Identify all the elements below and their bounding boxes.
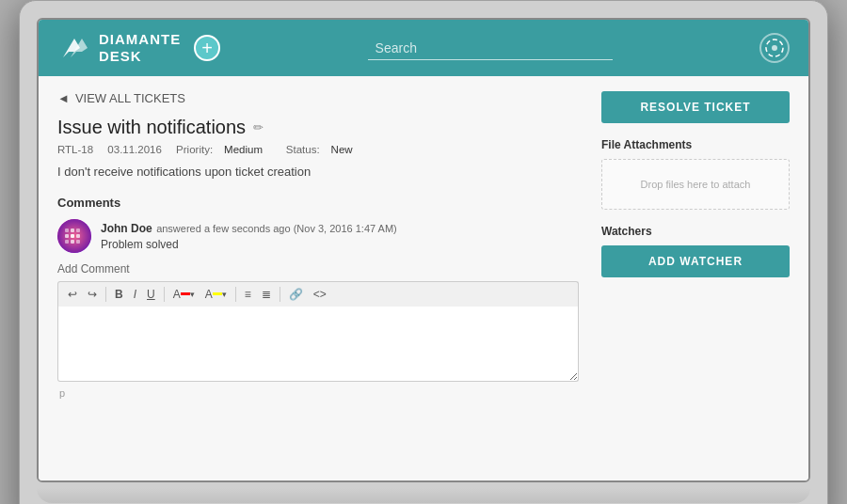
chevron-down-icon-2: ▾ [222,290,227,299]
avatar [57,219,91,253]
svg-rect-13 [76,240,80,244]
italic-button[interactable]: I [130,286,140,303]
svg-rect-7 [76,228,80,232]
add-watcher-button[interactable]: ADD WATCHER [601,245,790,277]
svg-rect-5 [65,228,69,232]
comment-action: answered a few seconds ago (Nov 3, 2016 … [156,223,397,234]
ticket-description: I don't receive notifications upon ticke… [57,165,579,179]
highlight-indicator [213,292,222,295]
svg-rect-9 [71,234,74,238]
svg-rect-12 [71,240,74,244]
comment-header: John Doe answered a few seconds ago (Nov… [101,219,397,236]
add-button[interactable]: + [194,35,220,61]
underline-button[interactable]: U [143,286,159,303]
comment-editor[interactable] [57,307,579,382]
search-bar [220,37,759,60]
back-link[interactable]: ◄ VIEW ALL TICKETS [57,91,579,105]
toolbar-separator-2 [164,287,165,302]
edit-icon[interactable]: ✏ [253,120,264,134]
file-attachments-title: File Attachments [601,138,790,151]
editor-footer: p [57,387,579,399]
ticket-id: RTL-18 [57,144,93,155]
main-content: ◄ VIEW ALL TICKETS Issue with notificati… [39,76,808,480]
chevron-down-icon: ▾ [190,290,195,299]
laptop-frame: DIAMANTE DESK + ◄ VIEW ALL TIC [19,0,828,504]
comment-author: John Doe [101,222,152,235]
bullet-list-button[interactable]: ≡ [241,286,255,303]
logo-area: DIAMANTE DESK [57,31,181,65]
bold-button[interactable]: B [111,286,127,303]
svg-rect-8 [65,234,69,238]
logo-text: DIAMANTE DESK [99,31,181,65]
ticket-meta: RTL-18 03.11.2016 Priority:Medium Status… [57,144,579,155]
ticket-title-row: Issue with notifications ✏ [57,117,579,138]
numbered-list-button[interactable]: ≣ [258,286,275,303]
highlight-button[interactable]: A ▾ [201,286,231,303]
back-arrow: ◄ [57,91,70,105]
laptop-bottom [37,488,810,503]
ticket-status-label: Status: [286,144,320,155]
comment-text: Problem solved [101,238,397,251]
ticket-title-text: Issue with notifications [57,117,246,138]
watchers-title: Watchers [601,225,790,238]
resolve-ticket-button[interactable]: RESOLVE TICKET [601,91,790,123]
comment-body: John Doe answered a few seconds ago (Nov… [101,219,397,251]
comment-item: John Doe answered a few seconds ago (Nov… [57,219,579,253]
toolbar-separator-1 [105,287,106,302]
add-comment-label: Add Comment [57,262,579,276]
topbar: DIAMANTE DESK + [39,20,808,76]
left-panel: ◄ VIEW ALL TICKETS Issue with notificati… [57,91,601,465]
ticket-priority-value: Medium [224,144,263,155]
comments-section-title: Comments [57,196,579,210]
link-button[interactable]: 🔗 [285,286,307,303]
svg-point-3 [772,45,777,51]
ticket-status-value: New [331,144,353,155]
settings-icon[interactable] [759,33,790,63]
file-drop-zone[interactable]: Drop files here to attach [601,159,790,210]
ticket-date: 03.11.2016 [107,144,162,155]
toolbar-separator-3 [235,287,236,302]
back-label: VIEW ALL TICKETS [75,91,185,105]
svg-rect-11 [65,240,69,244]
ticket-priority-label: Priority: [176,144,213,155]
undo-button[interactable]: ↩ [64,286,81,303]
logo-icon [57,31,91,65]
code-button[interactable]: <> [310,286,330,303]
editor-toolbar: ↩ ↪ B I U A ▾ A ▾ [57,281,579,307]
svg-rect-10 [76,234,80,238]
toolbar-separator-4 [280,287,280,302]
font-color-indicator [181,292,190,295]
redo-button[interactable]: ↪ [84,286,101,303]
laptop-screen: DIAMANTE DESK + ◄ VIEW ALL TIC [37,18,810,482]
search-input[interactable] [368,37,613,60]
font-color-button[interactable]: A ▾ [169,286,199,303]
right-panel: RESOLVE TICKET File Attachments Drop fil… [601,91,790,465]
svg-rect-6 [71,228,74,232]
